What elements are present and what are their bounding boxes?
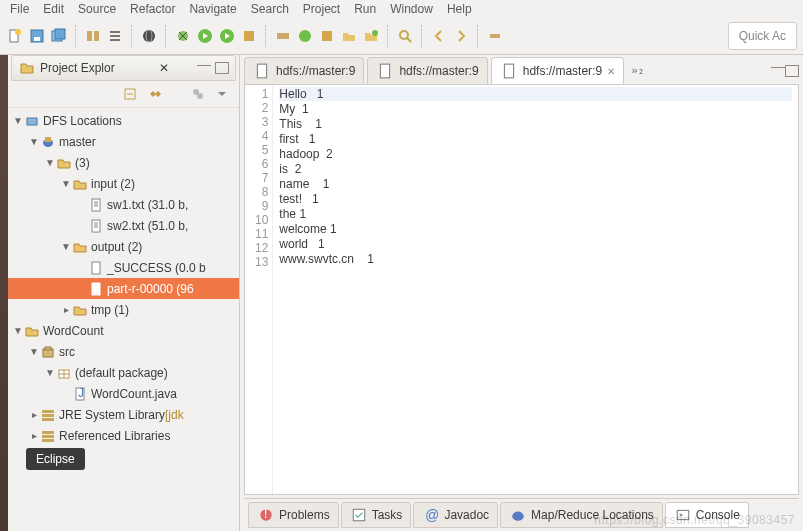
file-icon xyxy=(253,62,271,80)
tree-wordcount-java[interactable]: JWordCount.java xyxy=(8,383,239,404)
editor-pane: hdfs://master:9 hdfs://master:9 hdfs://m… xyxy=(240,55,803,531)
file-icon xyxy=(500,62,518,80)
view-problems[interactable]: !Problems xyxy=(248,502,339,528)
menu-file[interactable]: File xyxy=(10,2,29,16)
svg-rect-36 xyxy=(42,418,54,421)
save-all-icon[interactable] xyxy=(50,27,68,45)
menu-source[interactable]: Source xyxy=(78,2,116,16)
view-tasks[interactable]: Tasks xyxy=(341,502,412,528)
quick-access[interactable]: Quick Ac xyxy=(728,22,797,50)
close-tab-icon[interactable]: ✕ xyxy=(607,66,615,77)
new-java-icon[interactable] xyxy=(296,27,314,45)
coverage-icon[interactable] xyxy=(240,27,258,45)
line-gutter: 12345678910111213 xyxy=(245,85,273,494)
workarea: Project Explor ✕ ▼DFS Locations ▼master … xyxy=(0,55,803,531)
svg-point-15 xyxy=(299,30,311,42)
save-icon[interactable] xyxy=(28,27,46,45)
tree-input[interactable]: ▼input (2) xyxy=(8,173,239,194)
editor-body[interactable]: 12345678910111213 Hello 1 My 1 This 1 fi… xyxy=(244,84,799,495)
nav-back-icon[interactable] xyxy=(430,27,448,45)
menu-window[interactable]: Window xyxy=(390,2,433,16)
tree-success[interactable]: _SUCCESS (0.0 b xyxy=(8,257,239,278)
main-toolbar: Quick Ac xyxy=(0,18,803,55)
new-icon[interactable] xyxy=(6,27,24,45)
pin-icon[interactable] xyxy=(486,27,504,45)
menu-run[interactable]: Run xyxy=(354,2,376,16)
menu-refactor[interactable]: Refactor xyxy=(130,2,175,16)
svg-rect-35 xyxy=(42,414,54,417)
tree-jre[interactable]: ▸JRE System Library [jdk xyxy=(8,404,239,425)
view-menu-icon[interactable] xyxy=(213,85,231,103)
editor-maximize-icon[interactable] xyxy=(785,65,799,77)
tree-dfs-locations[interactable]: ▼DFS Locations xyxy=(8,110,239,131)
svg-rect-19 xyxy=(490,34,500,38)
menu-project[interactable]: Project xyxy=(303,2,340,16)
svg-point-1 xyxy=(15,29,21,35)
tree-count3[interactable]: ▼(3) xyxy=(8,152,239,173)
svg-rect-43 xyxy=(504,64,513,78)
tree-default-package[interactable]: ▼(default package) xyxy=(8,362,239,383)
focus-icon[interactable] xyxy=(189,85,207,103)
tree-src[interactable]: ▼src xyxy=(8,341,239,362)
debug-icon[interactable] xyxy=(174,27,192,45)
editor-tab-1[interactable]: hdfs://master:9 xyxy=(367,57,487,84)
javadoc-icon: @ xyxy=(422,506,440,524)
tree-tmp[interactable]: ▸tmp (1) xyxy=(8,299,239,320)
menubar: File Edit Source Refactor Navigate Searc… xyxy=(0,0,803,18)
tabs-overflow[interactable]: »₂ xyxy=(627,64,648,77)
svg-text:@: @ xyxy=(426,508,440,523)
menu-edit[interactable]: Edit xyxy=(43,2,64,16)
minimize-icon[interactable] xyxy=(197,65,211,66)
list-icon[interactable] xyxy=(106,27,124,45)
editor-tab-2[interactable]: hdfs://master:9✕ xyxy=(491,57,624,84)
tasks-icon xyxy=(350,506,368,524)
search-icon[interactable] xyxy=(396,27,414,45)
svg-point-18 xyxy=(400,31,408,39)
svg-point-22 xyxy=(197,93,203,99)
svg-rect-41 xyxy=(257,64,266,78)
svg-text:!: ! xyxy=(264,507,268,521)
watermark: https://blog.csdn.net/qq_39083457 xyxy=(594,513,795,527)
svg-rect-42 xyxy=(381,64,390,78)
link-editor-icon[interactable] xyxy=(145,85,163,103)
tree-master[interactable]: ▼master xyxy=(8,131,239,152)
menu-navigate[interactable]: Navigate xyxy=(189,2,236,16)
editor-tab-0[interactable]: hdfs://master:9 xyxy=(244,57,364,84)
menu-help[interactable]: Help xyxy=(447,2,472,16)
svg-rect-40 xyxy=(42,431,54,434)
svg-point-17 xyxy=(372,30,378,36)
menu-search[interactable]: Search xyxy=(251,2,289,16)
tree-output[interactable]: ▼output (2) xyxy=(8,236,239,257)
code-area[interactable]: Hello 1 My 1 This 1 first 1 hadoop 2 is … xyxy=(273,85,798,494)
svg-point-48 xyxy=(512,512,523,521)
svg-rect-7 xyxy=(94,31,99,41)
file-icon xyxy=(376,62,394,80)
svg-rect-27 xyxy=(92,220,100,232)
editor-minimize-icon[interactable] xyxy=(771,67,785,68)
svg-rect-14 xyxy=(277,33,289,39)
new-server-icon[interactable] xyxy=(274,27,292,45)
new-file-icon[interactable] xyxy=(362,27,380,45)
nav-fwd-icon[interactable] xyxy=(452,27,470,45)
launcher-sidebar xyxy=(0,55,8,531)
globe-icon[interactable] xyxy=(140,27,158,45)
maximize-icon[interactable] xyxy=(215,62,229,74)
tree-part-r-00000[interactable]: part-r-00000 (96 xyxy=(8,278,239,299)
svg-rect-46 xyxy=(353,509,364,520)
run-last-icon[interactable] xyxy=(218,27,236,45)
tree-referenced-libraries[interactable]: ▸Referenced Libraries xyxy=(8,425,239,446)
tree-wordcount[interactable]: ▼WordCount xyxy=(8,320,239,341)
new-package-icon[interactable] xyxy=(318,27,336,45)
close-icon[interactable]: ✕ xyxy=(159,61,169,75)
svg-point-8 xyxy=(143,30,155,42)
toggle-icon[interactable] xyxy=(84,27,102,45)
tree-sw2[interactable]: sw2.txt (51.0 b, xyxy=(8,215,239,236)
run-icon[interactable] xyxy=(196,27,214,45)
collapse-all-icon[interactable] xyxy=(121,85,139,103)
new-folder-icon[interactable] xyxy=(340,27,358,45)
view-javadoc[interactable]: @Javadoc xyxy=(413,502,498,528)
tree-sw1[interactable]: sw1.txt (31.0 b, xyxy=(8,194,239,215)
svg-rect-5 xyxy=(55,29,65,39)
eclipse-tooltip: Eclipse xyxy=(26,448,85,470)
svg-text:J: J xyxy=(78,387,84,400)
